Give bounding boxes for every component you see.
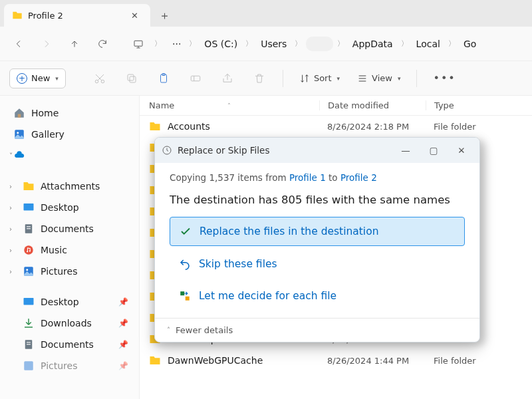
sidebar-quick-downloads[interactable]: Downloads 📌 — [4, 313, 135, 334]
desktop-icon — [23, 201, 35, 213]
back-button[interactable] — [5, 32, 32, 56]
sidebar-item-label: Documents — [41, 339, 94, 350]
clock-icon — [162, 145, 172, 156]
crumb-users[interactable]: Users — [257, 36, 291, 52]
sidebar-quick-pictures[interactable]: Pictures 📌 — [4, 355, 135, 376]
view-button[interactable]: View ▾ — [352, 70, 406, 86]
sidebar-item-attachments[interactable]: › Attachments — [4, 176, 135, 197]
fewer-details-toggle[interactable]: ˄ Fewer details — [155, 318, 479, 342]
svg-rect-8 — [18, 114, 21, 118]
sort-button[interactable]: Sort ▾ — [294, 70, 345, 86]
pin-icon: 📌 — [118, 340, 128, 349]
copy-button[interactable] — [119, 66, 144, 90]
delete-button[interactable] — [247, 66, 272, 90]
onedrive-icon — [13, 150, 25, 162]
more-button[interactable]: ••• — [428, 69, 461, 87]
sidebar-item-label: Desktop — [41, 202, 79, 213]
table-row[interactable]: DawnWebGPUCache8/26/2024 1:44 PMFile fol… — [140, 350, 532, 371]
chevron-right-icon: 〉 — [244, 39, 254, 49]
tab-title: Profile 2 — [28, 11, 63, 21]
close-button[interactable]: ✕ — [450, 141, 473, 160]
new-button[interactable]: + New ▾ — [9, 68, 66, 88]
svg-rect-13 — [27, 226, 31, 227]
maximize-button[interactable]: ▢ — [422, 141, 445, 160]
file-type: File folder — [426, 122, 532, 132]
pictures-icon — [23, 360, 35, 372]
column-headers: Name˄ Date modified Type — [140, 96, 532, 116]
address-bar: 〉 ··· 〉 OS (C:) 〉 Users 〉 〉 AppData 〉 Lo… — [0, 27, 532, 61]
folder-icon — [149, 354, 161, 366]
pin-icon: 📌 — [118, 361, 128, 370]
svg-rect-20 — [24, 298, 34, 305]
chevron-up-icon: ˄ — [167, 327, 170, 334]
sort-icon — [299, 73, 310, 84]
chevron-right-icon: 〉 — [400, 39, 410, 49]
sidebar-quick-desktop[interactable]: Desktop 📌 — [4, 291, 135, 313]
sidebar-item-pictures[interactable]: › Pictures — [4, 261, 135, 282]
this-pc-icon[interactable] — [125, 32, 152, 56]
rename-button[interactable] — [183, 66, 208, 90]
up-button[interactable] — [61, 32, 88, 56]
option-replace[interactable]: Replace the files in the destination — [170, 217, 465, 246]
link-source[interactable]: Profile 1 — [289, 172, 326, 183]
downloads-icon — [23, 317, 35, 329]
fewer-details-label: Fewer details — [176, 325, 233, 335]
column-header-name[interactable]: Name˄ — [140, 100, 319, 110]
option-label: Let me decide for each file — [199, 290, 336, 302]
option-skip[interactable]: Skip these files — [170, 250, 465, 278]
crumb-local[interactable]: Local — [412, 36, 444, 52]
svg-rect-0 — [134, 41, 142, 46]
new-tab-button[interactable]: ＋ — [153, 4, 176, 27]
chevron-right-icon: › — [9, 204, 12, 211]
sidebar-item-home[interactable]: Home — [4, 102, 135, 124]
crumb-drive[interactable]: OS (C:) — [200, 36, 241, 52]
crumb-last[interactable]: Go — [460, 36, 480, 52]
sidebar-item-label: Attachments — [41, 181, 100, 192]
crumb-appdata[interactable]: AppData — [348, 36, 397, 52]
column-header-date[interactable]: Date modified — [319, 100, 426, 110]
table-row[interactable]: Accounts8/26/2024 2:18 PMFile folder — [140, 116, 532, 137]
crumb-user-hidden[interactable] — [306, 37, 332, 51]
pin-icon: 📌 — [118, 297, 128, 307]
sidebar-item-gallery[interactable]: Gallery — [4, 124, 135, 145]
desktop-icon — [23, 296, 35, 308]
sidebar-item-music[interactable]: › Music — [4, 239, 135, 261]
sidebar-quick-documents[interactable]: Documents 📌 — [4, 334, 135, 355]
svg-point-10 — [17, 132, 19, 134]
breadcrumb: ··· 〉 OS (C:) 〉 Users 〉 〉 AppData 〉 Loca… — [168, 36, 480, 52]
svg-rect-27 — [186, 297, 190, 301]
sort-label: Sort — [314, 73, 332, 83]
view-list-icon — [357, 73, 368, 84]
dialog-title: Replace or Skip Files — [178, 145, 269, 156]
svg-point-1 — [95, 80, 98, 83]
cut-button[interactable] — [87, 66, 112, 90]
option-label: Replace the files in the destination — [200, 225, 378, 237]
svg-rect-3 — [130, 76, 136, 82]
chevron-down-icon: ˅ — [9, 152, 13, 160]
sidebar-item-label: Downloads — [41, 318, 92, 329]
crumb-overflow[interactable]: ··· — [168, 36, 185, 52]
minimize-button[interactable]: — — [394, 141, 417, 160]
folder-icon — [23, 180, 35, 192]
dialog-titlebar[interactable]: Replace or Skip Files — ▢ ✕ — [155, 138, 479, 163]
tab-close-button[interactable]: ✕ — [127, 9, 142, 22]
separator — [416, 70, 417, 87]
column-header-type[interactable]: Type — [426, 100, 532, 110]
tab-profile2[interactable]: Profile 2 ✕ — [4, 4, 150, 27]
file-type: File folder — [426, 356, 532, 366]
file-date: 8/26/2024 1:44 PM — [319, 356, 426, 366]
refresh-button[interactable] — [89, 32, 116, 56]
share-button[interactable] — [215, 66, 240, 90]
file-name: DawnWebGPUCache — [168, 355, 263, 366]
forward-button[interactable] — [33, 32, 60, 56]
paste-button[interactable] — [151, 66, 176, 90]
sidebar-item-desktop[interactable]: › Desktop — [4, 197, 135, 218]
sidebar-item-documents[interactable]: › Documents — [4, 218, 135, 239]
option-decide[interactable]: Let me decide for each file — [170, 282, 465, 310]
svg-rect-7 — [191, 76, 200, 81]
chevron-right-icon: › — [9, 247, 12, 254]
svg-rect-11 — [24, 203, 34, 211]
chevron-right-icon: 〉 — [293, 39, 303, 49]
sidebar-item-onedrive[interactable]: ˅ — [4, 145, 135, 166]
link-destination[interactable]: Profile 2 — [340, 172, 377, 183]
